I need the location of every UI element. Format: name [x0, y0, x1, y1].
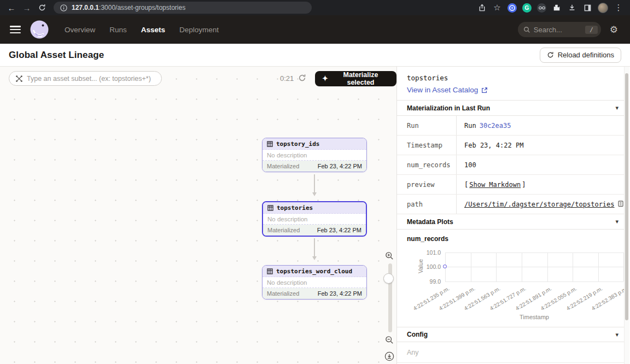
nav-item-runs[interactable]: Runs: [109, 26, 127, 34]
zoom-out-button[interactable]: [385, 336, 394, 344]
asset-detail-panel: topstories View in Asset Catalog Materia…: [397, 67, 629, 364]
gridline: [547, 253, 548, 281]
asset-node-header: topstory_ids: [262, 138, 366, 150]
asset-node-header: topstories_word_cloud: [262, 266, 366, 277]
status-time: Feb 23, 4:22 PM: [317, 227, 361, 233]
search-input[interactable]: [534, 26, 572, 34]
zoom-out-icon: [385, 336, 394, 344]
bracket-open: [: [464, 181, 468, 189]
profile-avatar[interactable]: [598, 3, 608, 13]
nav-item-assets[interactable]: Assets: [141, 26, 165, 34]
bookmark-star-button[interactable]: ☆: [490, 1, 504, 14]
section-label: Metadata Plots: [407, 218, 453, 226]
asset-filter[interactable]: [9, 71, 162, 86]
collapse-caret-icon[interactable]: ▾: [615, 218, 619, 225]
gridline: [573, 253, 573, 281]
panel-scrollbar-thumb[interactable]: [625, 73, 628, 320]
path-link[interactable]: /Users/tim/.dagster/storage/topstories: [464, 201, 615, 208]
status-label: Materialized: [267, 227, 300, 233]
bracket-close: ]: [522, 181, 526, 189]
settings-gear-icon[interactable]: ⚙: [610, 24, 618, 36]
chrome-menu-button[interactable]: ⋮: [611, 1, 626, 14]
run-prefix: Run: [464, 122, 476, 130]
status-label: Materialized: [267, 290, 299, 297]
materialize-label: Materialize selected: [332, 71, 389, 86]
zoom-slider-handle[interactable]: [383, 273, 394, 284]
gridline: [445, 281, 623, 282]
meta-value: /Users/tim/.dagster/storage/topstories: [457, 195, 629, 214]
zoom-in-icon: [385, 251, 394, 260]
nav-item-overview[interactable]: Overview: [65, 26, 95, 34]
main-content: 0:21 ✦ Materialize selected topstory_ids…: [0, 67, 630, 364]
share-icon: [479, 4, 486, 11]
site-info-icon[interactable]: [60, 4, 67, 11]
asset-name: topstories_word_cloud: [276, 268, 352, 275]
asset-node-topstories[interactable]: topstories No description Materialized F…: [262, 201, 367, 237]
nav-item-deployment[interactable]: Deployment: [179, 26, 219, 34]
materialize-selected-button[interactable]: ✦ Materialize selected: [315, 71, 396, 86]
table-icon: [267, 141, 273, 147]
extensions-puzzle-button[interactable]: [550, 1, 564, 14]
zoom-to-fit-button[interactable]: [384, 351, 394, 361]
data-point[interactable]: [443, 265, 447, 268]
asset-description: No description: [262, 277, 366, 288]
section-materialization-header[interactable]: Materialization in Last Run ▾: [397, 101, 629, 116]
browser-forward-button[interactable]: →: [20, 1, 34, 14]
meta-value: Feb 23, 4:22 PM: [457, 136, 629, 155]
asset-node-topstory-ids[interactable]: topstory_ids No description Materialized…: [262, 138, 367, 172]
share-button[interactable]: [475, 1, 489, 14]
browser-reload-button[interactable]: [35, 1, 49, 14]
dagster-logo[interactable]: [30, 20, 49, 39]
url-text: 127.0.0.1:3000/asset-groups/topstories: [72, 4, 185, 11]
lineage-edge-arrow: [314, 238, 315, 259]
meta-label: Timestamp: [397, 136, 457, 155]
num-records-chart: 101.0 100.0 99.0 Value 4:22:51.235 p.m. …: [397, 245, 629, 327]
view-in-asset-catalog-link[interactable]: View in Asset Catalog: [407, 86, 620, 94]
reload-definitions-button[interactable]: Reload definitions: [540, 48, 621, 63]
nav-links: Overview Runs Assets Deployment: [65, 26, 219, 34]
app-nav-bar: Overview Runs Assets Deployment / ⚙: [0, 15, 630, 44]
reload-definitions-label: Reload definitions: [558, 51, 614, 59]
run-id-link[interactable]: 30c2ea35: [480, 122, 511, 130]
global-search[interactable]: /: [518, 22, 601, 37]
address-bar[interactable]: 127.0.0.1:3000/asset-groups/topstories: [54, 2, 312, 14]
asset-filter-input[interactable]: [27, 75, 155, 83]
collapse-caret-icon[interactable]: ▾: [615, 331, 619, 338]
zoom-in-button[interactable]: [385, 251, 394, 260]
section-metadata-plots-header[interactable]: Metadata Plots ▾: [397, 214, 629, 230]
browser-chrome: ← → 127.0.0.1:3000/asset-groups/topstori…: [0, 0, 630, 15]
lineage-edge-arrow: [314, 174, 315, 195]
asset-node-topstories-word-cloud[interactable]: topstories_word_cloud No description Mat…: [262, 265, 367, 300]
x-axis-label: Timestamp: [445, 314, 623, 320]
asset-status-row: Materialized Feb 23, 4:22 PM: [263, 225, 366, 236]
glasses-glyph: [539, 5, 545, 10]
downloads-button[interactable]: [565, 1, 579, 14]
asset-status-row: Materialized Feb 23, 4:22 PM: [262, 161, 366, 172]
gridline: [445, 267, 623, 267]
copy-path-button[interactable]: [618, 201, 625, 208]
hamburger-menu-icon[interactable]: [10, 26, 21, 33]
section-config-header[interactable]: Config ▾: [397, 327, 629, 342]
page-title: Global Asset Lineage: [9, 50, 104, 61]
asset-graph-panel[interactable]: 0:21 ✦ Materialize selected topstory_ids…: [0, 67, 397, 364]
browser-back-button[interactable]: ←: [4, 1, 19, 14]
panel-scrollbar-track[interactable]: [624, 67, 629, 364]
meta-label: preview: [397, 175, 457, 194]
meta-row-run: Run Run 30c2ea35: [397, 116, 629, 136]
gridline: [445, 253, 623, 253]
meta-value: [ Show Markdown ]: [457, 175, 629, 194]
meta-label: Run: [397, 116, 457, 135]
meta-label: path: [397, 195, 457, 214]
collapse-caret-icon[interactable]: ▾: [615, 104, 619, 111]
reading-mode-button[interactable]: [580, 1, 594, 14]
show-markdown-link[interactable]: Show Markdown: [469, 181, 521, 189]
graph-refresh-button[interactable]: [298, 74, 306, 82]
reader-icon: [584, 4, 591, 11]
onepassword-extension-icon[interactable]: [508, 3, 517, 13]
grammarly-extension-icon[interactable]: G: [522, 3, 532, 13]
glasses-extension-icon[interactable]: [537, 3, 546, 13]
meta-value: 100: [457, 155, 629, 174]
clock-glyph: [509, 5, 515, 11]
reload-icon: [547, 51, 554, 58]
plot-title: num_records: [397, 230, 629, 243]
